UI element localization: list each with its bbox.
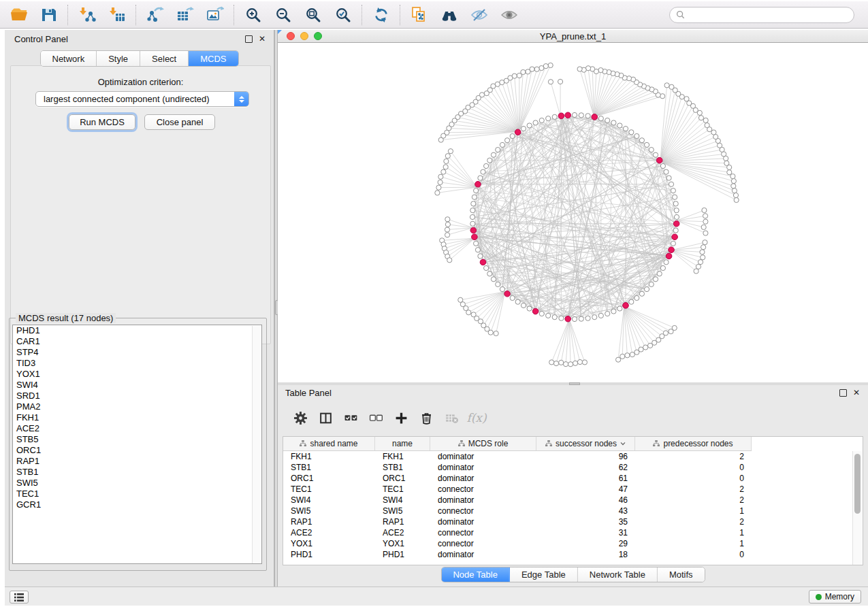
- graph-node[interactable]: [534, 67, 539, 71]
- graph-node[interactable]: [639, 291, 644, 296]
- graph-node[interactable]: [733, 193, 738, 197]
- float-panel-icon[interactable]: [839, 389, 847, 397]
- graph-node-mcds[interactable]: [669, 247, 675, 253]
- mcds-result-item[interactable]: SWI5: [13, 478, 261, 489]
- graph-node-mcds[interactable]: [592, 114, 598, 120]
- graph-node[interactable]: [701, 245, 706, 250]
- mcds-result-item[interactable]: SWI4: [13, 380, 261, 391]
- graph-node[interactable]: [666, 176, 671, 180]
- graph-node[interactable]: [585, 114, 590, 118]
- graph-node[interactable]: [510, 133, 515, 138]
- graph-node[interactable]: [548, 80, 553, 84]
- table-row[interactable]: RAP1RAP1dominator352: [283, 516, 855, 527]
- export-network-button[interactable]: [140, 3, 170, 27]
- graph-node[interactable]: [671, 188, 675, 193]
- graph-node[interactable]: [572, 316, 577, 321]
- graph-node[interactable]: [470, 214, 475, 219]
- graph-node[interactable]: [470, 221, 475, 226]
- hide-selected-button[interactable]: [464, 3, 494, 27]
- table-row[interactable]: ORC1ORC1dominator610: [283, 473, 855, 484]
- first-neighbors-button[interactable]: [434, 3, 464, 27]
- graph-node[interactable]: [698, 260, 703, 265]
- graph-node[interactable]: [657, 271, 662, 276]
- graph-node[interactable]: [515, 299, 520, 304]
- network-view-titlebar[interactable]: YPA_prune.txt_1: [278, 30, 868, 43]
- graph-node[interactable]: [500, 142, 504, 147]
- graph-node[interactable]: [483, 265, 488, 270]
- graph-node[interactable]: [448, 149, 453, 154]
- graph-node[interactable]: [491, 152, 496, 157]
- graph-node[interactable]: [673, 201, 678, 206]
- graph-node[interactable]: [673, 228, 678, 233]
- graph-node[interactable]: [639, 347, 643, 352]
- graph-node[interactable]: [703, 231, 708, 235]
- delete-column-button[interactable]: [417, 409, 435, 427]
- graph-node[interactable]: [644, 142, 649, 147]
- graph-node-mcds[interactable]: [472, 234, 478, 240]
- graph-node[interactable]: [466, 310, 471, 315]
- graph-node[interactable]: [585, 316, 590, 320]
- graph-node[interactable]: [577, 359, 582, 364]
- graph-node-mcds[interactable]: [565, 112, 571, 118]
- graph-node[interactable]: [701, 225, 706, 229]
- graph-node[interactable]: [546, 313, 551, 318]
- graph-node[interactable]: [445, 233, 449, 237]
- column-header-MCDS-role[interactable]: MCDS role: [430, 437, 536, 450]
- graph-node[interactable]: [672, 325, 677, 330]
- graph-node[interactable]: [605, 118, 610, 122]
- mcds-result-item[interactable]: FKH1: [13, 412, 261, 423]
- graph-node[interactable]: [611, 120, 616, 125]
- graph-node[interactable]: [694, 269, 698, 274]
- graph-node[interactable]: [674, 208, 679, 213]
- graph-node[interactable]: [634, 133, 639, 138]
- mcds-result-item[interactable]: CAR1: [13, 336, 261, 347]
- graph-node[interactable]: [526, 69, 530, 74]
- graph-node[interactable]: [472, 195, 477, 199]
- graph-node[interactable]: [478, 176, 483, 180]
- mcds-result-item[interactable]: ACE2: [13, 423, 261, 434]
- float-panel-icon[interactable]: [245, 35, 253, 43]
- mcds-result-item[interactable]: RAP1: [13, 456, 261, 467]
- mcds-result-item[interactable]: STB1: [13, 467, 261, 478]
- import-table-button[interactable]: [102, 3, 132, 27]
- graph-node[interactable]: [684, 97, 689, 101]
- graph-node[interactable]: [644, 286, 649, 291]
- column-header-shared-name[interactable]: shared name: [283, 437, 375, 450]
- graph-node[interactable]: [443, 165, 448, 169]
- graph-node[interactable]: [663, 331, 668, 335]
- graph-node[interactable]: [521, 126, 526, 131]
- graph-node[interactable]: [478, 254, 483, 259]
- export-table-button[interactable]: [170, 3, 200, 27]
- graph-node[interactable]: [703, 214, 707, 218]
- mcds-result-item[interactable]: GCR1: [13, 499, 261, 510]
- mcds-result-list[interactable]: PHD1CAR1STP4TID3YOX1SWI4SRD1PMA2FKH1ACE2…: [12, 325, 262, 564]
- table-tab-node-table[interactable]: Node Table: [441, 567, 510, 582]
- table-row[interactable]: STB1STB1dominator620: [283, 462, 855, 473]
- graph-node[interactable]: [539, 311, 544, 316]
- graph-node[interactable]: [671, 241, 675, 246]
- graph-node[interactable]: [673, 195, 677, 199]
- graph-node[interactable]: [527, 123, 532, 128]
- graph-node[interactable]: [481, 169, 485, 174]
- table-scrollbar-thumb[interactable]: [854, 454, 861, 514]
- graph-node[interactable]: [438, 180, 443, 184]
- graph-node-mcds[interactable]: [623, 303, 629, 309]
- graph-node-mcds[interactable]: [470, 227, 477, 233]
- graph-node[interactable]: [592, 315, 597, 320]
- zoom-fit-content-button[interactable]: [298, 3, 328, 27]
- mcds-result-item[interactable]: PHD1: [13, 325, 261, 336]
- graph-node[interactable]: [727, 170, 732, 175]
- graph-node[interactable]: [660, 163, 665, 168]
- graph-node[interactable]: [629, 299, 634, 304]
- graph-node[interactable]: [717, 143, 722, 148]
- graph-node[interactable]: [483, 163, 488, 168]
- table-row[interactable]: PHD1PHD1dominator180: [283, 549, 855, 560]
- graph-node[interactable]: [572, 112, 577, 117]
- tab-select[interactable]: Select: [140, 51, 189, 66]
- graph-node[interactable]: [444, 159, 449, 163]
- graph-node[interactable]: [582, 360, 587, 365]
- graph-node[interactable]: [732, 188, 737, 193]
- graph-node[interactable]: [630, 352, 634, 357]
- column-header-name[interactable]: name: [375, 437, 430, 450]
- mcds-result-item[interactable]: YOX1: [13, 369, 261, 380]
